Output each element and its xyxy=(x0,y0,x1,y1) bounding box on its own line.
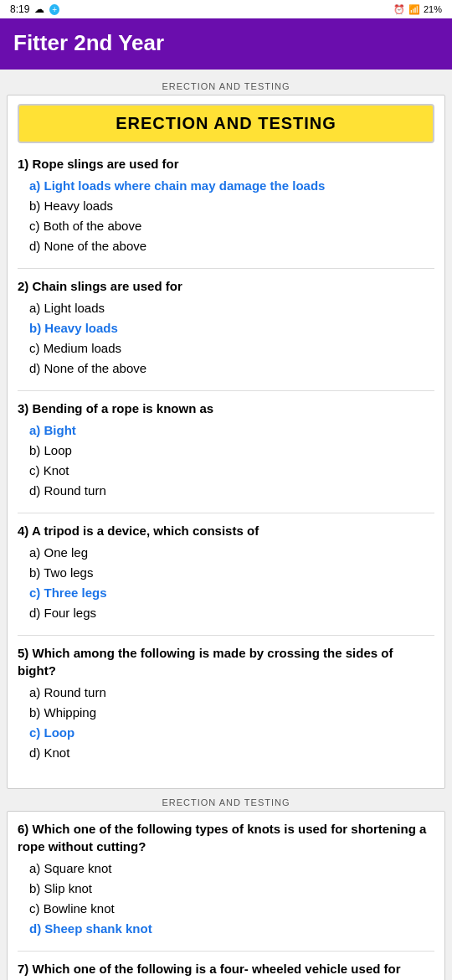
q2-option-a: a) Light loads xyxy=(29,298,434,318)
battery: 21% xyxy=(424,4,442,14)
section-label-1: ERECTION AND TESTING xyxy=(7,81,445,91)
status-right: ⏰ 📶 21% xyxy=(393,4,442,15)
q1-option-a: a) Light loads where chain may damage th… xyxy=(29,176,434,196)
section-label-2: ERECTION AND TESTING xyxy=(7,797,445,807)
header: Fitter 2nd Year xyxy=(0,18,452,70)
card-2: 6) Which one of the following types of k… xyxy=(7,811,445,980)
status-bar: 8:19 ☁ + ⏰ 📶 21% xyxy=(0,0,452,18)
signal-icons: 📶 xyxy=(408,4,420,15)
question-6-text: 6) Which one of the following types of k… xyxy=(18,820,434,855)
question-2: 2) Chain slings are used for a) Light lo… xyxy=(18,277,434,379)
q1-option-b: b) Heavy loads xyxy=(29,196,434,216)
q2-option-d: d) None of the above xyxy=(29,358,434,379)
question-2-text: 2) Chain slings are used for xyxy=(18,277,434,295)
q6-option-d: d) Sheep shank knot xyxy=(29,919,434,939)
q6-option-b: b) Slip knot xyxy=(29,879,434,899)
question-4-text: 4) A tripod is a device, which consists … xyxy=(18,522,434,539)
card-header-box: ERECTION AND TESTING xyxy=(18,104,434,143)
question-6: 6) Which one of the following types of k… xyxy=(18,820,434,939)
q3-option-b: b) Loop xyxy=(29,441,434,461)
q4-option-a: a) One leg xyxy=(29,543,434,563)
q6-option-c: c) Bowline knot xyxy=(29,899,434,919)
alarm-icon: ⏰ xyxy=(393,4,405,15)
q1-option-c: c) Both of the above xyxy=(29,216,434,236)
question-1: 1) Rope slings are used for a) Light loa… xyxy=(18,155,434,256)
q5-option-b: b) Whipping xyxy=(29,703,434,723)
card-1: ERECTION AND TESTING 1) Rope slings are … xyxy=(7,95,445,789)
page-content: ERECTION AND TESTING ERECTION AND TESTIN… xyxy=(0,70,452,980)
q5-option-c: c) Loop xyxy=(29,723,434,743)
status-left: 8:19 ☁ + xyxy=(10,3,59,15)
q4-option-c: c) Three legs xyxy=(29,583,434,603)
question-7: 7) Which one of the following is a four-… xyxy=(18,960,434,980)
question-5-text: 5) Which among the following is made by … xyxy=(18,644,434,679)
question-1-text: 1) Rope slings are used for xyxy=(18,155,434,173)
question-3-text: 3) Bending of a rope is known as xyxy=(18,400,434,417)
q2-option-b: b) Heavy loads xyxy=(29,318,434,338)
question-5: 5) Which among the following is made by … xyxy=(18,644,434,763)
page-title: Fitter 2nd Year xyxy=(13,30,439,56)
q3-option-d: d) Round turn xyxy=(29,481,434,501)
q5-option-a: a) Round turn xyxy=(29,683,434,703)
q4-option-d: d) Four legs xyxy=(29,603,434,623)
question-7-text: 7) Which one of the following is a four-… xyxy=(18,960,434,980)
time: 8:19 xyxy=(10,3,29,15)
q1-option-d: d) None of the above xyxy=(29,236,434,256)
q3-option-a: a) Bight xyxy=(29,420,434,441)
plus-icon: + xyxy=(49,4,59,15)
q6-option-a: a) Square knot xyxy=(29,859,434,879)
q2-option-c: c) Medium loads xyxy=(29,338,434,358)
card-header-title: ERECTION AND TESTING xyxy=(24,114,428,133)
q5-option-d: d) Knot xyxy=(29,743,434,763)
q3-option-c: c) Knot xyxy=(29,461,434,481)
question-4: 4) A tripod is a device, which consists … xyxy=(18,522,434,623)
cloud-icon: ☁ xyxy=(34,3,44,15)
q4-option-b: b) Two legs xyxy=(29,563,434,583)
question-3: 3) Bending of a rope is known as a) Bigh… xyxy=(18,400,434,501)
